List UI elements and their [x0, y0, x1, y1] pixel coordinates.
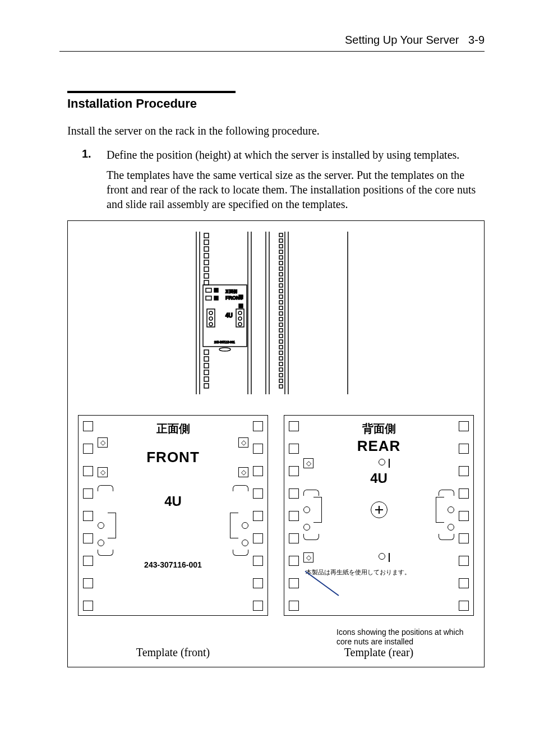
step-body: Define the position (height) at which th…	[107, 147, 459, 162]
svg-rect-24	[239, 304, 243, 308]
svg-rect-51	[279, 301, 283, 304]
svg-point-29	[238, 317, 242, 320]
svg-rect-58	[279, 340, 283, 343]
step-1: 1. Define the position (height) at which…	[82, 147, 485, 162]
svg-rect-10	[204, 274, 209, 278]
svg-rect-20	[214, 288, 218, 292]
clip-icon	[233, 485, 248, 491]
figure-frame: 正面側 FRONT 4U 243-307116-001	[67, 220, 485, 667]
svg-point-30	[238, 322, 242, 326]
svg-rect-56	[279, 329, 283, 332]
svg-rect-8	[204, 260, 209, 265]
svg-point-27	[209, 322, 213, 326]
caption-rear: Template (rear)	[284, 646, 474, 659]
svg-rect-57	[279, 334, 283, 338]
cagenut-icon: ◇	[238, 437, 248, 448]
svg-rect-22	[214, 296, 218, 300]
template-front-en: FRONT	[98, 449, 248, 466]
recycled-note: 本製品は再生紙を使用しております。	[303, 568, 454, 577]
svg-rect-42	[279, 250, 283, 253]
svg-rect-13	[204, 357, 209, 361]
template-rear-u: 4U	[303, 471, 454, 486]
step-detail: The templates have the same vertical siz…	[107, 168, 485, 211]
intro-text: Install the server on the rack in the fo…	[67, 125, 485, 137]
svg-rect-59	[279, 345, 283, 349]
svg-point-25	[209, 311, 213, 315]
svg-rect-46	[279, 273, 283, 276]
svg-rect-66	[279, 385, 283, 388]
svg-rect-7	[204, 253, 209, 258]
clip-icon	[98, 485, 113, 491]
svg-rect-21	[206, 296, 211, 300]
caption-front: Template (front)	[78, 646, 268, 659]
svg-rect-5	[204, 240, 209, 245]
svg-rect-9	[204, 267, 209, 271]
clip-icon	[303, 534, 319, 540]
svg-rect-23	[239, 295, 243, 299]
svg-rect-52	[279, 306, 283, 310]
clip-icon	[439, 490, 454, 496]
template-front-jp: 正面側	[98, 421, 248, 436]
svg-rect-49	[279, 289, 283, 293]
cagenut-icon: ◇	[98, 467, 108, 477]
svg-rect-60	[279, 351, 283, 354]
svg-rect-63	[279, 368, 283, 371]
template-rear: 背面側 REAR ◇ 4U ◇ 本製品は再生紙を使用しており	[284, 415, 474, 616]
mini-front-jp: 正面側	[225, 289, 237, 294]
chapter-title: Setting Up Your Server	[345, 34, 459, 46]
page-number: 3-9	[468, 34, 485, 46]
svg-text:243-307116-001: 243-307116-001	[214, 340, 235, 344]
svg-rect-65	[279, 379, 283, 382]
callout-text: Icons showing the positions at which cor…	[336, 628, 463, 646]
mini-4u: 4U	[225, 312, 233, 319]
svg-rect-18	[203, 285, 247, 347]
svg-rect-4	[204, 233, 209, 238]
step-number: 1.	[82, 147, 107, 162]
svg-rect-61	[279, 357, 283, 360]
section-title: Installation Procedure	[67, 91, 236, 111]
svg-rect-47	[279, 278, 283, 282]
rack-diagram: 正面側 FRONT 4U 243-307116-001	[78, 229, 474, 397]
template-rear-en: REAR	[303, 437, 454, 455]
svg-rect-6	[204, 247, 209, 251]
svg-rect-19	[206, 288, 211, 292]
svg-rect-41	[279, 245, 283, 248]
cagenut-icon: ◇	[303, 552, 313, 563]
clip-icon	[98, 550, 113, 556]
svg-point-34	[219, 348, 230, 351]
svg-rect-11	[204, 280, 209, 285]
svg-rect-54	[279, 317, 283, 321]
svg-rect-55	[279, 323, 283, 326]
svg-rect-40	[279, 239, 283, 242]
svg-rect-32	[236, 309, 244, 327]
cagenut-icon: ◇	[98, 437, 108, 448]
svg-rect-16	[204, 377, 209, 381]
svg-point-26	[209, 317, 213, 320]
svg-rect-64	[279, 374, 283, 377]
svg-rect-45	[279, 267, 283, 270]
svg-rect-53	[279, 312, 283, 315]
svg-rect-17	[204, 384, 209, 388]
svg-rect-15	[204, 370, 209, 375]
clip-icon	[233, 550, 248, 556]
template-front: 正面側 ◇◇ FRONT ◇◇ 4U 243-307116-001	[78, 415, 268, 616]
svg-rect-62	[279, 362, 283, 366]
rack-svg: 正面側 FRONT 4U 243-307116-001	[192, 229, 360, 397]
svg-rect-43	[279, 256, 283, 259]
cagenut-icon: ◇	[238, 467, 248, 477]
part-number: 243-307116-001	[98, 560, 248, 569]
svg-point-28	[238, 311, 242, 315]
screw-icon	[371, 501, 388, 518]
cagenut-icon: ◇	[303, 458, 313, 468]
svg-rect-44	[279, 261, 283, 265]
clip-icon	[439, 534, 454, 540]
callout: Icons showing the positions at which cor…	[336, 628, 477, 647]
svg-rect-39	[279, 233, 283, 237]
template-front-u: 4U	[98, 494, 248, 509]
svg-rect-50	[279, 295, 283, 298]
svg-rect-31	[207, 309, 215, 327]
svg-rect-12	[204, 350, 209, 354]
running-head: Setting Up Your Server 3-9	[59, 34, 485, 52]
svg-rect-14	[204, 363, 209, 368]
svg-rect-48	[279, 284, 283, 287]
